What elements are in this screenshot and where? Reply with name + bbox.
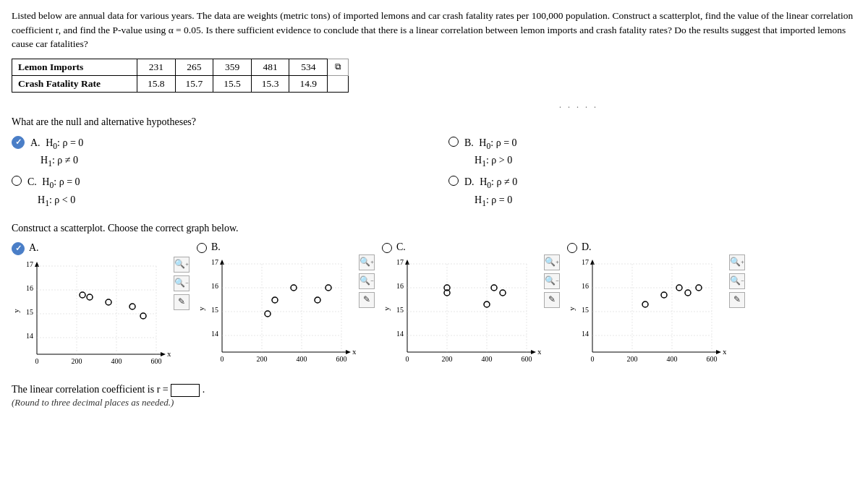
scatter-plot-b: 17 16 15 14 0 200 400 600 y x bbox=[197, 254, 356, 370]
svg-text:0: 0 bbox=[591, 355, 595, 363]
edit-icon-d[interactable]: ✎ bbox=[729, 292, 745, 308]
svg-text:15: 15 bbox=[396, 306, 404, 314]
svg-point-50 bbox=[315, 297, 320, 303]
svg-text:x: x bbox=[537, 347, 541, 356]
hypothesis-option-b[interactable]: B. H0: ρ = 0 H1: ρ > 0 bbox=[448, 135, 856, 171]
zoom-in-icon-c[interactable]: 🔍+ bbox=[544, 254, 560, 270]
round-note: (Round to three decimal places as needed… bbox=[12, 397, 856, 408]
radio-scatter-b bbox=[197, 243, 207, 253]
plot-icons-c: 🔍+ 🔍− ✎ bbox=[544, 254, 560, 308]
scatter-plot-a: 17 16 15 14 0 200 400 600 y bbox=[12, 257, 171, 372]
hyp-text-a: A. H0: ρ = 0 H1: ρ ≠ 0 bbox=[30, 135, 83, 171]
svg-point-25 bbox=[140, 313, 146, 319]
svg-marker-3 bbox=[161, 352, 166, 356]
hyp-c-h0: H0: ρ = 0 bbox=[42, 176, 80, 187]
hyp-b-h0: H0: ρ = 0 bbox=[479, 137, 516, 148]
edit-icon-a[interactable]: ✎ bbox=[174, 294, 190, 310]
zoom-out-icon-b[interactable]: 🔍− bbox=[359, 273, 375, 289]
hypothesis-option-d[interactable]: D. H0: ρ ≠ 0 H1: ρ = 0 bbox=[448, 174, 856, 210]
svg-text:200: 200 bbox=[257, 355, 268, 363]
svg-text:16: 16 bbox=[26, 284, 33, 292]
svg-text:200: 200 bbox=[442, 355, 453, 363]
checkmark-a bbox=[12, 136, 25, 149]
svg-text:16: 16 bbox=[582, 282, 589, 290]
svg-text:600: 600 bbox=[151, 357, 162, 365]
scatter-option-a[interactable]: A. 17 16 15 14 0 200 400 600 bbox=[12, 241, 190, 372]
svg-text:x: x bbox=[167, 349, 171, 358]
hyp-c-label: C. bbox=[27, 176, 37, 187]
hypothesis-option-a[interactable]: A. H0: ρ = 0 H1: ρ ≠ 0 bbox=[12, 135, 420, 171]
correlation-input[interactable] bbox=[171, 384, 200, 397]
zoom-out-icon-c[interactable]: 🔍− bbox=[544, 273, 560, 289]
svg-text:y: y bbox=[12, 309, 20, 313]
svg-text:14: 14 bbox=[582, 330, 589, 338]
crash-val-2: 15.7 bbox=[175, 75, 213, 92]
intro-text: Listed below are annual data for various… bbox=[12, 9, 856, 51]
scatter-label-d: D. bbox=[582, 241, 592, 253]
svg-text:0: 0 bbox=[35, 357, 39, 365]
svg-text:0: 0 bbox=[221, 355, 224, 363]
svg-text:15: 15 bbox=[26, 308, 33, 316]
crash-val-3: 15.5 bbox=[213, 75, 252, 92]
empty-cell bbox=[328, 75, 349, 92]
hyp-b-h1: H1: ρ > 0 bbox=[475, 155, 512, 166]
lemon-val-5: 534 bbox=[289, 59, 328, 75]
scatter-check-a bbox=[12, 242, 25, 255]
svg-text:400: 400 bbox=[667, 355, 678, 363]
svg-text:16: 16 bbox=[211, 282, 218, 290]
svg-point-24 bbox=[129, 304, 135, 309]
correlation-line: The linear correlation coefficient is r … bbox=[12, 384, 856, 397]
crash-val-5: 14.9 bbox=[289, 75, 328, 92]
svg-text:15: 15 bbox=[211, 306, 218, 314]
svg-text:600: 600 bbox=[522, 355, 532, 363]
svg-text:17: 17 bbox=[396, 258, 404, 266]
scatter-option-d[interactable]: D. 17 16 15 14 0 200 400 600 bbox=[567, 241, 745, 372]
row2-label: Crash Fatality Rate bbox=[12, 75, 137, 92]
svg-text:15: 15 bbox=[582, 306, 589, 314]
crash-val-1: 15.8 bbox=[137, 75, 175, 92]
hyp-a-h1: H1: ρ ≠ 0 bbox=[41, 155, 78, 166]
scatter-option-b[interactable]: B. 17 16 15 14 0 200 400 600 bbox=[197, 241, 375, 372]
svg-text:200: 200 bbox=[627, 355, 638, 363]
svg-text:400: 400 bbox=[482, 355, 493, 363]
zoom-out-icon-a[interactable]: 🔍− bbox=[174, 275, 190, 291]
hypotheses-grid: A. H0: ρ = 0 H1: ρ ≠ 0 B. H0: ρ = 0 H1: … bbox=[12, 135, 856, 210]
zoom-in-icon-a[interactable]: 🔍+ bbox=[174, 257, 190, 273]
hyp-c-h1: H1: ρ < 0 bbox=[38, 194, 75, 205]
edit-icon-c[interactable]: ✎ bbox=[544, 292, 560, 308]
scatter-option-c[interactable]: C. 17 16 15 14 0 200 400 600 bbox=[382, 241, 560, 372]
svg-text:14: 14 bbox=[26, 332, 33, 340]
period: . bbox=[203, 384, 205, 395]
scatter-plot-d: 17 16 15 14 0 200 400 600 y x bbox=[567, 254, 726, 370]
svg-text:x: x bbox=[723, 347, 726, 356]
zoom-in-icon-d[interactable]: 🔍+ bbox=[729, 254, 745, 270]
radio-c bbox=[12, 176, 22, 186]
radio-b bbox=[448, 137, 459, 147]
svg-marker-55 bbox=[531, 350, 536, 354]
hyp-text-b: B. H0: ρ = 0 H1: ρ > 0 bbox=[464, 135, 517, 171]
svg-marker-29 bbox=[346, 350, 351, 354]
hyp-a-label: A. bbox=[30, 137, 41, 148]
svg-text:200: 200 bbox=[72, 357, 82, 365]
svg-text:14: 14 bbox=[396, 330, 404, 338]
correlation-label: The linear correlation coefficient is r … bbox=[12, 384, 169, 395]
scatter-label-a: A. bbox=[29, 242, 39, 254]
svg-text:600: 600 bbox=[336, 355, 347, 363]
scroll-dots: . . . . . bbox=[12, 100, 856, 111]
svg-point-99 bbox=[642, 301, 648, 307]
lemon-val-2: 265 bbox=[175, 59, 213, 75]
hypotheses-question: What are the null and alternative hypoth… bbox=[12, 116, 856, 128]
copy-icon[interactable]: ⧉ bbox=[328, 59, 349, 75]
zoom-in-icon-b[interactable]: 🔍+ bbox=[359, 254, 375, 270]
svg-marker-81 bbox=[716, 350, 721, 354]
svg-point-47 bbox=[265, 311, 271, 317]
row1-label: Lemon Imports bbox=[12, 59, 137, 75]
edit-icon-b[interactable]: ✎ bbox=[359, 292, 375, 308]
plot-icons-a: 🔍+ 🔍− ✎ bbox=[174, 257, 190, 310]
svg-text:0: 0 bbox=[406, 355, 409, 363]
lemon-val-1: 231 bbox=[137, 59, 175, 75]
hypothesis-option-c[interactable]: C. H0: ρ = 0 H1: ρ < 0 bbox=[12, 174, 420, 210]
svg-point-100 bbox=[661, 292, 667, 298]
svg-point-77 bbox=[500, 290, 506, 296]
zoom-out-icon-d[interactable]: 🔍− bbox=[729, 273, 745, 289]
